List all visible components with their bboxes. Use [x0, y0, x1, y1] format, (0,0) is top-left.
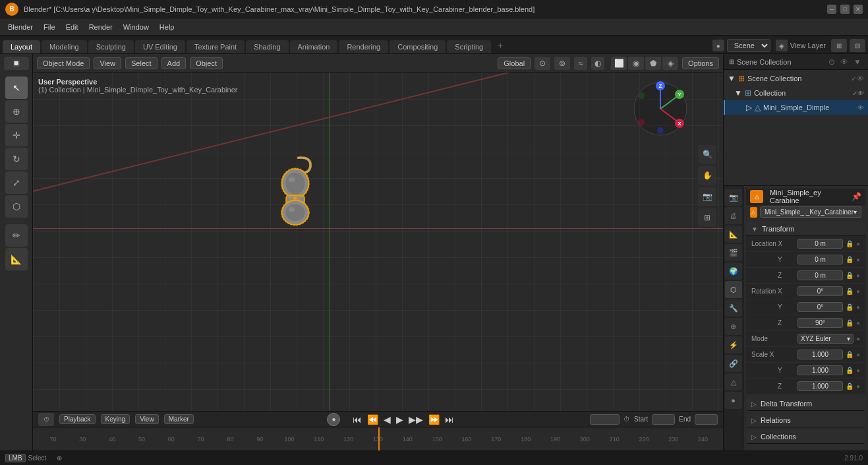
wireframe-mode[interactable]: ⬜	[611, 57, 627, 70]
object-vis[interactable]: 👁	[857, 104, 864, 111]
expand-button[interactable]: ⊞	[831, 39, 847, 52]
filter-icon-3[interactable]: ▼	[852, 57, 863, 67]
scene-collection-vis[interactable]: ✓	[851, 75, 857, 83]
rotation-z-lock[interactable]: 🔒	[846, 319, 854, 326]
transform-tool[interactable]: ⬡	[5, 195, 28, 218]
filter-icon-1[interactable]: ⊙	[827, 57, 836, 67]
rotation-y-value[interactable]: 0°	[797, 302, 843, 312]
overlay-icon[interactable]: ≈	[574, 57, 587, 70]
record-button[interactable]: ●	[327, 413, 340, 426]
location-x-lock[interactable]: 🔒	[846, 240, 854, 247]
tab-scripting[interactable]: Scripting	[447, 40, 491, 53]
mode-dropdown[interactable]: Object Mode	[37, 57, 90, 69]
outliner-object[interactable]: ▷ △ Mini_Simple_Dimple 👁	[724, 100, 868, 115]
playback-menu[interactable]: Playback	[59, 414, 96, 424]
pin-icon[interactable]: 📌	[852, 192, 861, 201]
object-name-dropdown[interactable]: Mini_Simple_._Key_Carabiner ▾	[760, 206, 861, 218]
timeline-track[interactable]: 70 30 40 50 60 70 80 90 100 110 120 130 …	[33, 427, 723, 450]
next-frame-button[interactable]: ▶▶	[407, 414, 425, 425]
outliner-collection[interactable]: ▼ ⊞ Collection ✓ 👁	[724, 86, 868, 100]
menu-file[interactable]: File	[38, 21, 61, 33]
add-menu[interactable]: Add	[161, 57, 187, 69]
rotate-tool[interactable]: ↻	[5, 148, 28, 170]
outliner-scene-collection[interactable]: ▼ ⊞ Scene Collection ✓ 👁	[724, 71, 868, 86]
prop-tab-render[interactable]: 📷	[725, 189, 742, 206]
location-z-value[interactable]: 0 m	[797, 270, 843, 280]
skip-to-end-button[interactable]: ⏭	[443, 414, 456, 425]
collections-header[interactable]: ▷ Collections	[746, 430, 865, 444]
scale-tool[interactable]: ⤢	[5, 171, 28, 194]
scale-z-lock[interactable]: 🔒	[846, 383, 854, 390]
mode-dot[interactable]: ●	[856, 335, 860, 342]
prop-tab-object[interactable]: ⬡	[725, 281, 742, 298]
collection-vis[interactable]: 👁	[857, 90, 864, 97]
scale-x-lock[interactable]: 🔒	[846, 351, 854, 358]
prop-tab-particles[interactable]: ⊕	[725, 318, 742, 335]
viewport-canvas[interactable]: User Perspective (1) Collection | Mini_S…	[33, 73, 723, 411]
start-frame-input[interactable]: 1	[652, 414, 675, 425]
ortho-button[interactable]: ⊞	[698, 208, 716, 227]
location-y-lock[interactable]: 🔒	[846, 256, 854, 263]
prop-tab-constraints[interactable]: 🔗	[725, 355, 742, 372]
tab-modeling[interactable]: Modeling	[42, 40, 87, 53]
view-menu[interactable]: View	[135, 414, 159, 424]
view-menu[interactable]: View	[94, 57, 121, 69]
rotation-x-value[interactable]: 0°	[797, 286, 843, 296]
rotation-z-dot[interactable]: ●	[856, 319, 860, 326]
transform-header[interactable]: ▼ Transform	[746, 222, 865, 236]
next-keyframe-button[interactable]: ⏩	[426, 414, 442, 425]
scale-z-dot[interactable]: ●	[856, 383, 860, 390]
object-menu[interactable]: Object	[190, 57, 223, 69]
shading-icon[interactable]: ◐	[591, 57, 604, 70]
rotation-y-dot[interactable]: ●	[856, 303, 860, 311]
filter-icon-2[interactable]: 👁	[839, 57, 850, 67]
collection-check[interactable]: ✓	[852, 90, 857, 97]
annotate-tool[interactable]: ✏	[5, 224, 28, 247]
transform-dropdown[interactable]: Global	[498, 57, 531, 69]
menu-render[interactable]: Render	[84, 21, 118, 33]
prev-keyframe-button[interactable]: ⏪	[365, 414, 380, 425]
filter-button[interactable]: ⊟	[850, 39, 865, 52]
location-x-value[interactable]: 0 m	[797, 239, 843, 249]
rotation-x-lock[interactable]: 🔒	[846, 288, 854, 295]
close-button[interactable]: ✕	[854, 5, 863, 14]
scene-selector[interactable]: Scene	[727, 39, 770, 52]
current-frame-input[interactable]: 1	[590, 414, 620, 425]
menu-window[interactable]: Window	[118, 21, 154, 33]
scale-y-lock[interactable]: 🔒	[846, 367, 854, 374]
scale-z-value[interactable]: 1.000	[797, 381, 843, 391]
add-workspace-button[interactable]: +	[492, 38, 508, 53]
render-mode[interactable]: ◈	[662, 57, 678, 70]
proportional-icon[interactable]: ⊚	[554, 57, 570, 70]
tab-rendering[interactable]: Rendering	[339, 40, 388, 53]
prop-tab-output[interactable]: 🖨	[725, 207, 742, 224]
tab-layout[interactable]: Layout	[3, 40, 40, 53]
tab-shading[interactable]: Shading	[246, 40, 288, 53]
tab-compositing[interactable]: Compositing	[390, 40, 446, 53]
snap-icon[interactable]: ⊙	[535, 57, 550, 70]
prop-tab-world[interactable]: 🌍	[725, 263, 742, 280]
menu-edit[interactable]: Edit	[61, 21, 84, 33]
zoom-in-button[interactable]: 🔍	[698, 145, 716, 164]
tab-texture-paint[interactable]: Texture Paint	[187, 40, 245, 53]
scale-x-value[interactable]: 1.000	[797, 350, 843, 359]
menu-help[interactable]: Help	[154, 21, 180, 33]
rotation-y-lock[interactable]: 🔒	[846, 303, 854, 311]
3d-object[interactable]	[269, 152, 322, 231]
marker-menu[interactable]: Marker	[164, 414, 194, 424]
skip-to-start-button[interactable]: ⏮	[351, 414, 364, 425]
delta-transform-header[interactable]: ▷ Delta Transform	[746, 397, 865, 411]
cursor-tool[interactable]: ⊕	[5, 100, 28, 123]
maximize-button[interactable]: □	[840, 5, 850, 14]
measure-tool[interactable]: 📐	[5, 248, 28, 270]
timeline-mode-icon[interactable]: ⏱	[38, 413, 54, 426]
rotation-mode-dropdown[interactable]: XYZ Euler ▾	[797, 334, 854, 344]
keying-menu[interactable]: Keying	[101, 414, 130, 424]
options-dropdown[interactable]: Options	[682, 57, 719, 69]
end-frame-input[interactable]: 250	[695, 414, 718, 425]
select-tool[interactable]: ↖	[5, 77, 28, 99]
scale-x-dot[interactable]: ●	[856, 351, 860, 358]
location-y-dot[interactable]: ●	[856, 256, 860, 263]
scene-collection-restrict[interactable]: 👁	[857, 75, 864, 82]
select-menu[interactable]: Select	[125, 57, 158, 69]
